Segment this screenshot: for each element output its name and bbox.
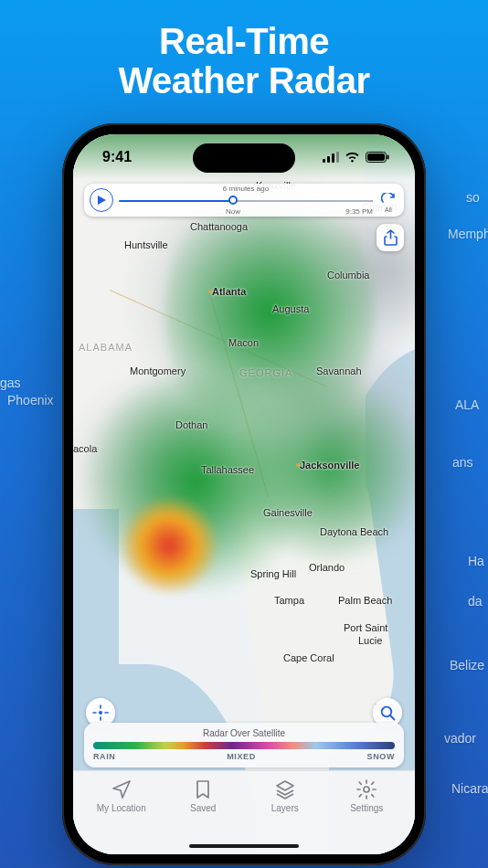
city-label: Montgomery — [130, 365, 186, 376]
status-time: 9:41 — [102, 149, 132, 165]
play-button[interactable] — [90, 188, 113, 212]
city-label: Gainesville — [263, 507, 313, 518]
tab-label: Settings — [350, 803, 383, 813]
signal-icon — [323, 152, 339, 163]
bg-label: Phoenix — [7, 393, 54, 408]
city-label: Spring Hill — [250, 568, 296, 579]
bg-label: ans — [452, 455, 473, 470]
timeline-thumb[interactable] — [228, 196, 238, 205]
tab-settings[interactable]: Settings — [326, 778, 408, 832]
city-label: Macon — [228, 337, 259, 348]
share-icon — [384, 229, 398, 246]
promo-root: Phoenix gas Memphis ans Ha da Belize vad… — [0, 0, 488, 868]
tab-label: Saved — [190, 803, 216, 813]
location-arrow-icon — [111, 778, 133, 800]
legend-gradient — [93, 742, 395, 749]
crosshair-icon — [92, 704, 109, 721]
bg-label: Memphis — [448, 227, 488, 241]
city-label: acola — [73, 443, 97, 454]
svg-point-7 — [99, 711, 102, 715]
city-label: Daytona Beach — [320, 526, 388, 537]
state-label: GEORGIA — [239, 367, 292, 378]
timeline-track[interactable]: 6 minutes ago Now 9:35 PM — [119, 184, 373, 217]
bg-label: vador — [444, 731, 476, 746]
tab-label: My Location — [97, 803, 146, 813]
city-label: Tampa — [274, 595, 304, 606]
svg-rect-0 — [323, 159, 325, 163]
timeline-ago-label: 6 minutes ago — [223, 185, 269, 193]
timeline-end-label: 9:35 PM — [345, 207, 373, 216]
refresh-sub-label: All — [385, 206, 392, 213]
city-label: Huntsville — [124, 239, 168, 250]
legend-item: MIXED — [227, 752, 256, 761]
bg-label: Belize — [450, 658, 484, 672]
phone-screen: Knoxville Chattanooga Huntsville Atlanta… — [73, 134, 415, 854]
svg-rect-3 — [336, 152, 339, 163]
bookmark-icon — [192, 778, 214, 800]
city-label: Columbia — [327, 270, 369, 281]
legend-card: Radar Over Satellite RAIN MIXED SNOW — [84, 723, 404, 767]
battery-icon — [366, 152, 389, 163]
city-label: Atlanta — [212, 286, 246, 297]
city-label: Augusta — [272, 303, 309, 314]
hero-line-1: Real-Time — [159, 21, 329, 61]
play-icon — [97, 195, 107, 206]
city-label: Jacksonville — [300, 460, 359, 471]
timeline-bar[interactable]: 6 minutes ago Now 9:35 PM All — [84, 184, 404, 217]
hero-line-2: Weather Radar — [118, 60, 369, 101]
bg-label: da — [468, 594, 483, 609]
city-label: Cape Coral — [283, 652, 334, 663]
state-label: ALABAMA — [79, 342, 133, 353]
tab-saved[interactable]: Saved — [163, 778, 245, 832]
city-label: Palm Beach — [338, 595, 392, 606]
share-button[interactable] — [377, 224, 404, 251]
tab-mylocation[interactable]: My Location — [80, 778, 163, 832]
city-label: Chattanooga — [190, 221, 248, 232]
legend-item: RAIN — [93, 752, 115, 761]
refresh-button[interactable]: All — [378, 190, 398, 210]
timeline-now-label: Now — [226, 207, 240, 216]
tab-bar: My Location Saved Layers Settings — [73, 770, 415, 854]
svg-rect-6 — [387, 155, 389, 160]
city-label: Dothan — [175, 419, 207, 430]
svg-point-9 — [364, 787, 369, 792]
status-icons — [323, 152, 389, 163]
refresh-icon — [381, 193, 396, 207]
city-label: Port Saint — [344, 622, 387, 633]
city-label: Tallahassee — [201, 464, 254, 475]
city-label: Savannah — [316, 365, 362, 376]
legend-title: Radar Over Satellite — [93, 728, 395, 738]
city-label: Orlando — [309, 562, 345, 573]
home-indicator — [189, 844, 299, 848]
search-icon — [380, 705, 396, 721]
gear-icon — [355, 778, 377, 800]
dynamic-island — [193, 143, 295, 173]
svg-rect-5 — [367, 153, 385, 161]
svg-rect-1 — [327, 156, 330, 163]
phone-frame: Knoxville Chattanooga Huntsville Atlanta… — [62, 123, 426, 865]
wifi-icon — [345, 152, 360, 163]
bg-label: so — [466, 190, 480, 205]
bg-label: Ha — [468, 554, 484, 568]
city-label: Lucie — [358, 635, 382, 646]
svg-rect-2 — [332, 153, 334, 163]
layers-icon — [274, 778, 296, 800]
tab-layers[interactable]: Layers — [244, 778, 326, 832]
bg-label: Nicara — [451, 781, 488, 796]
hero-title: Real-Time Weather Radar — [0, 22, 488, 101]
tab-label: Layers — [271, 803, 299, 813]
bg-label: gas — [0, 376, 21, 390]
legend-item: SNOW — [367, 752, 395, 761]
bg-label: ALA — [455, 397, 479, 412]
